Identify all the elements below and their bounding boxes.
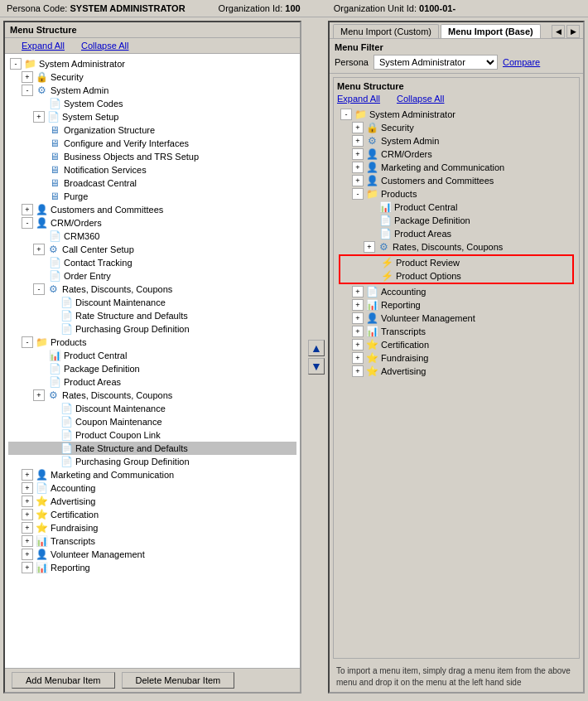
tree-item-r-certification[interactable]: +⭐Certification — [339, 338, 574, 351]
tree-item-transcripts[interactable]: +📊Transcripts — [8, 534, 296, 548]
tree-item-r-ratediscounts[interactable]: +⚙Rates, Discounts, Coupons — [339, 240, 574, 254]
expand-icon-sys-admin[interactable]: - — [10, 58, 22, 70]
expand-icon-security[interactable]: + — [22, 71, 33, 83]
expand-icon-system-setup[interactable]: + — [33, 111, 45, 123]
tree-item-system-admin[interactable]: -⚙System Admin — [8, 84, 296, 97]
tree-item-contact[interactable]: 📄Contact Tracking — [8, 256, 296, 269]
tree-item-system-codes[interactable]: 📄System Codes — [8, 97, 296, 110]
right-expand-all[interactable]: Expand All — [337, 94, 380, 104]
tree-item-ratestructure[interactable]: 📄Rate Structure and Defaults — [8, 309, 296, 322]
tree-item-r-reporting[interactable]: +📊Reporting — [339, 298, 574, 312]
expand-icon-customers[interactable]: + — [22, 204, 33, 215]
expand-icon-r-fundraising[interactable]: + — [352, 352, 364, 364]
tree-item-r-productareas[interactable]: 📄Product Areas — [339, 227, 574, 240]
tree-item-purchgroupdef[interactable]: 📄Purchasing Group Definition — [8, 455, 296, 468]
tree-item-products[interactable]: -📁Products — [8, 336, 296, 349]
add-menubar-btn[interactable]: Add Menubar Item — [12, 672, 115, 689]
expand-icon-transcripts[interactable]: + — [22, 535, 33, 547]
arrow-down-btn[interactable]: ▼ — [308, 358, 325, 375]
tree-item-r-products[interactable]: -📁Products — [339, 187, 574, 201]
tree-item-r-fundraising[interactable]: +⭐Fundraising — [339, 351, 574, 365]
expand-icon-r-sysadmin[interactable]: - — [340, 109, 352, 120]
tree-item-crm[interactable]: -👤CRM/Orders — [8, 216, 296, 230]
tree-item-customers[interactable]: +👤Customers and Committees — [8, 203, 296, 216]
arrow-up-btn[interactable]: ▲ — [308, 340, 325, 356]
expand-icon-r-volunteer[interactable]: + — [352, 312, 364, 324]
tree-item-prodcouponlink[interactable]: 📄Product Coupon Link — [8, 428, 296, 442]
tree-item-crm360[interactable]: 📄CRM360 — [8, 230, 296, 243]
expand-icon-r-security[interactable]: + — [352, 122, 364, 133]
tree-item-accounting[interactable]: +📄Accounting — [8, 481, 296, 495]
expand-icon-volunteer[interactable]: + — [22, 549, 33, 560]
tree-item-r-packagedef[interactable]: 📄Package Definition — [339, 214, 574, 227]
tree-item-r-crm[interactable]: +👤CRM/Orders — [339, 147, 574, 161]
right-collapse-all[interactable]: Collapse All — [397, 94, 444, 104]
left-expand-all[interactable]: Expand All — [22, 41, 65, 51]
tree-item-productareas[interactable]: 📄Product Areas — [8, 375, 296, 389]
expand-icon-r-certification[interactable]: + — [352, 339, 364, 350]
tree-item-r-advertising[interactable]: +⭐Advertising — [339, 365, 574, 378]
tree-item-sys-admin[interactable]: -📁System Administrator — [8, 57, 296, 70]
expand-icon-advertising[interactable]: + — [22, 496, 33, 507]
tree-item-callcenter[interactable]: +⚙Call Center Setup — [8, 243, 296, 256]
expand-icon-fundraising[interactable]: + — [22, 522, 33, 534]
tree-item-r-marketing[interactable]: +👤Marketing and Communication — [339, 161, 574, 174]
tree-item-rates[interactable]: -⚙Rates, Discounts, Coupons — [8, 283, 296, 296]
tree-item-advertising[interactable]: +⭐Advertising — [8, 495, 296, 508]
persona-select[interactable]: System Administrator — [374, 55, 498, 70]
tree-item-r-security[interactable]: +🔒Security — [339, 121, 574, 134]
expand-icon-products[interactable]: - — [22, 336, 33, 348]
tab-nav-right[interactable]: ▶ — [566, 25, 580, 38]
expand-icon-crm[interactable]: - — [22, 217, 33, 229]
tree-item-security[interactable]: +🔒Security — [8, 70, 296, 84]
expand-icon-rates2[interactable]: + — [33, 389, 45, 401]
tree-item-volunteer[interactable]: +👤Volunteer Management — [8, 548, 296, 561]
expand-icon-system-admin[interactable]: - — [22, 85, 33, 96]
expand-icon-r-crm[interactable]: + — [352, 148, 364, 160]
tree-item-purge[interactable]: 🖥Purge — [8, 190, 296, 203]
tree-item-notif[interactable]: 🖥Notification Services — [8, 163, 296, 176]
tab-custom[interactable]: Menu Import (Custom) — [333, 24, 439, 38]
tree-item-configure[interactable]: 🖥Configure and Verify Interfaces — [8, 137, 296, 150]
expand-icon-accounting[interactable]: + — [22, 482, 33, 494]
tree-item-marketing[interactable]: +👤Marketing and Communication — [8, 468, 296, 481]
expand-icon-r-reporting[interactable]: + — [352, 299, 364, 311]
tree-item-fundraising[interactable]: +⭐Fundraising — [8, 521, 296, 534]
tree-item-productcentral[interactable]: 📊Product Central — [8, 349, 296, 362]
expand-icon-r-accounting[interactable]: + — [352, 286, 364, 297]
tree-item-discountmaint[interactable]: 📄Discount Maintenance — [8, 402, 296, 415]
tree-item-purchgroup[interactable]: 📄Purchasing Group Definition — [8, 322, 296, 336]
expand-icon-certification[interactable]: + — [22, 509, 33, 520]
tree-item-r-volunteer[interactable]: +👤Volunteer Management — [339, 312, 574, 325]
expand-icon-r-sysadmin2[interactable]: + — [352, 135, 364, 147]
tree-item-reporting[interactable]: +📊Reporting — [8, 561, 296, 574]
delete-menubar-btn[interactable]: Delete Menubar Item — [122, 672, 235, 689]
expand-icon-callcenter[interactable]: + — [33, 244, 45, 255]
tree-item-rates2[interactable]: +⚙Rates, Discounts, Coupons — [8, 389, 296, 402]
expand-icon-r-marketing[interactable]: + — [352, 162, 364, 173]
tree-item-r-productoptions[interactable]: ⚡Product Options — [340, 269, 572, 283]
tree-item-org-structure[interactable]: 🖥Organization Structure — [8, 123, 296, 137]
tree-item-r-productcentral[interactable]: 📊Product Central — [339, 201, 574, 214]
tree-item-r-customers[interactable]: +👤Customers and Committees — [339, 174, 574, 187]
tree-item-discount[interactable]: 📄Discount Maintenance — [8, 296, 296, 309]
expand-icon-marketing[interactable]: + — [22, 469, 33, 481]
tree-item-r-accounting[interactable]: +📄Accounting — [339, 285, 574, 298]
expand-icon-r-transcripts[interactable]: + — [352, 326, 364, 337]
tree-item-system-setup[interactable]: +📄System Setup — [8, 110, 296, 123]
expand-icon-r-products[interactable]: - — [352, 188, 364, 200]
tree-item-broadcast[interactable]: 🖥Broadcast Central — [8, 176, 296, 190]
tree-item-bizobj[interactable]: 🖥Business Objects and TRS Setup — [8, 150, 296, 163]
expand-icon-r-advertising[interactable]: + — [352, 365, 364, 377]
left-collapse-all[interactable]: Collapse All — [81, 41, 128, 51]
tree-item-packagedef[interactable]: 📄Package Definition — [8, 362, 296, 375]
expand-icon-rates[interactable]: - — [33, 283, 45, 295]
tree-item-couponmaint[interactable]: 📄Coupon Maintenance — [8, 415, 296, 428]
tree-item-certification[interactable]: +⭐Certification — [8, 508, 296, 521]
expand-icon-reporting[interactable]: + — [22, 562, 33, 573]
tab-nav-left[interactable]: ◀ — [552, 25, 565, 38]
tree-item-r-productreview[interactable]: ⚡Product Review — [340, 256, 572, 269]
compare-btn[interactable]: Compare — [503, 57, 540, 67]
tree-item-ratestructure2[interactable]: 📄Rate Structure and Defaults — [8, 442, 296, 455]
tree-item-r-transcripts[interactable]: +📊Transcripts — [339, 325, 574, 338]
